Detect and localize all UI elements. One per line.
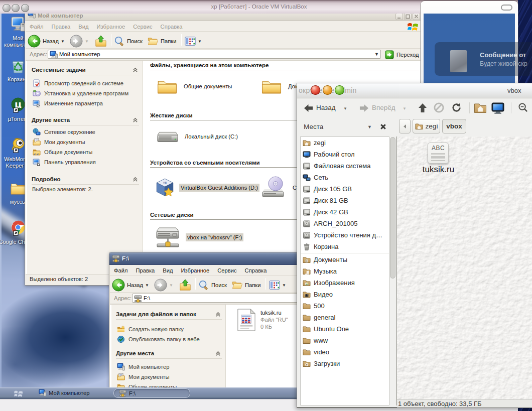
- path-button-zegi[interactable]: zegi: [413, 119, 440, 133]
- file-tile[interactable]: vbox на "vboxsrv" (F:): [155, 223, 259, 251]
- menu-item[interactable]: Сервис: [129, 24, 156, 30]
- close-sidebar-button[interactable]: [379, 123, 387, 130]
- views-button[interactable]: ▼: [185, 36, 202, 47]
- menu-item[interactable]: Вид: [74, 24, 92, 30]
- back-label[interactable]: Назад: [316, 104, 336, 111]
- menu-item[interactable]: Правка: [132, 267, 159, 273]
- collapse-chevron-icon[interactable]: [132, 117, 138, 123]
- taskpane-item[interactable]: Общие документы: [33, 147, 141, 157]
- path-scroll-left-button[interactable]: [399, 119, 411, 133]
- sidebar-item[interactable]: Ubuntu One: [301, 323, 389, 335]
- forward-button[interactable]: ▼: [154, 279, 173, 292]
- menu-item[interactable]: Справка: [157, 24, 187, 30]
- taskpane-item[interactable]: Мои документы: [33, 137, 141, 147]
- back-button[interactable]: Назад▼: [28, 35, 65, 48]
- views-button[interactable]: ▼: [269, 280, 286, 291]
- taskpane-item[interactable]: Мой компьютер: [117, 362, 223, 372]
- menu-item[interactable]: Избранное: [177, 267, 214, 273]
- taskpane-header[interactable]: Задачи для файлов и папок: [116, 311, 222, 320]
- sidebar-item[interactable]: video: [301, 346, 389, 358]
- search-button[interactable]: Поиск: [114, 36, 143, 47]
- search-button[interactable]: Поиск: [198, 280, 227, 291]
- sidebar-item[interactable]: general: [301, 312, 389, 323]
- window1-titlebar[interactable]: Мой компьютер: [25, 14, 423, 21]
- sidebar-item[interactable]: zegi: [301, 137, 389, 149]
- home-button[interactable]: [474, 101, 487, 114]
- folders-button[interactable]: Папки: [232, 280, 260, 291]
- up-button[interactable]: [95, 35, 107, 47]
- taskpane-header[interactable]: Подробно: [32, 176, 139, 185]
- up-button[interactable]: [179, 279, 191, 291]
- back-dropdown-icon[interactable]: ▼: [343, 106, 347, 111]
- menu-item[interactable]: Сервис: [213, 267, 240, 273]
- forward-label[interactable]: Вперёд: [372, 104, 395, 111]
- folders-button[interactable]: Папки: [148, 36, 176, 47]
- taskbar-item-f-drive[interactable]: F:\: [113, 388, 190, 398]
- menu-item[interactable]: Справка: [241, 267, 271, 273]
- collapse-chevron-icon[interactable]: [215, 312, 221, 317]
- zoom-out-button[interactable]: [518, 102, 528, 113]
- sidebar-item[interactable]: Рабочий стол: [301, 149, 389, 160]
- toolbar-pill-button[interactable]: [501, 5, 512, 11]
- computer-button[interactable]: [491, 101, 504, 114]
- window1-minimize-button[interactable]: [395, 14, 403, 20]
- stop-button[interactable]: [434, 102, 444, 113]
- file-tile[interactable]: VirtualBox Guest Additions (D:): [155, 174, 259, 202]
- taskpane-item[interactable]: Панель управления: [33, 157, 141, 167]
- collapse-chevron-icon[interactable]: [215, 351, 221, 356]
- menu-item[interactable]: Файл: [110, 267, 132, 273]
- path-button-vbox[interactable]: vbox: [442, 119, 466, 133]
- sidebar-item[interactable]: Сеть: [301, 172, 389, 183]
- sidebar-item[interactable]: Диск 105 GB: [301, 183, 389, 195]
- menu-item[interactable]: Вид: [159, 267, 177, 273]
- go-button[interactable]: Переход: [385, 50, 419, 59]
- sidebar-item[interactable]: Файловая система: [301, 160, 389, 172]
- taskbar-item-my-computer[interactable]: Мой компьютер: [39, 389, 89, 396]
- places-dropdown-icon[interactable]: ▼: [367, 124, 372, 129]
- start-flag-icon[interactable]: [14, 389, 25, 397]
- minimize-button[interactable]: [323, 85, 332, 95]
- file-label-tuksik[interactable]: tuksik.ru: [407, 165, 470, 175]
- sidebar-item[interactable]: www: [301, 335, 389, 346]
- taskpane-header[interactable]: Другие места: [32, 117, 139, 125]
- taskpane-item[interactable]: Опубликовать папку в вебе: [117, 334, 223, 344]
- taskpane-item[interactable]: Просмотр сведений о системе: [33, 78, 141, 88]
- sidebar-scrollbar[interactable]: [389, 136, 396, 405]
- taskpane-item[interactable]: Изменение параметра: [33, 98, 141, 108]
- window1-close-button[interactable]: [413, 14, 420, 20]
- sidebar-item[interactable]: Устройство чтения д…: [301, 229, 389, 241]
- forward-button[interactable]: [359, 103, 369, 113]
- sidebar-item[interactable]: 500: [301, 300, 389, 312]
- back-button[interactable]: [304, 103, 313, 113]
- file-tile[interactable]: Локальный диск (C:): [157, 126, 261, 147]
- places-selector[interactable]: Места: [304, 123, 323, 130]
- sidebar-item[interactable]: Музыка: [301, 265, 389, 277]
- reload-button[interactable]: [451, 102, 462, 113]
- taskpane-item[interactable]: Установка и удаление программ: [33, 88, 141, 98]
- taskpane-header[interactable]: Другие места: [116, 350, 222, 359]
- taskpane-item[interactable]: Мои документы: [117, 372, 223, 382]
- window1-maximize-button[interactable]: [404, 14, 412, 20]
- file-manager-titlebar[interactable]: окружение admin vbox: [297, 83, 532, 98]
- menu-item[interactable]: Избранное: [93, 24, 129, 30]
- menu-item[interactable]: Правка: [48, 24, 75, 30]
- sidebar-item[interactable]: ARCH_201005: [301, 218, 389, 229]
- file-tile[interactable]: Общие документы: [157, 75, 261, 98]
- menu-item[interactable]: Файл: [26, 24, 48, 30]
- sidebar-item[interactable]: Загрузки: [301, 358, 389, 369]
- sidebar-item[interactable]: Корзина: [301, 241, 389, 252]
- sidebar-item[interactable]: Диск 81 GB: [301, 195, 389, 206]
- collapse-chevron-icon[interactable]: [132, 67, 138, 73]
- file-icon-tuksik[interactable]: ABC: [428, 143, 449, 164]
- sidebar-item[interactable]: Документы: [301, 254, 389, 265]
- forward-button[interactable]: ▼: [70, 35, 89, 48]
- back-button[interactable]: Назад▼: [112, 279, 149, 292]
- sidebar-item[interactable]: Видео: [301, 289, 389, 300]
- scrollbar-thumb[interactable]: [390, 137, 395, 279]
- up-button[interactable]: [418, 103, 428, 113]
- taskpane-item[interactable]: Создать новую папку: [117, 324, 223, 334]
- close-button[interactable]: [311, 85, 320, 95]
- sidebar-item[interactable]: Изображения: [301, 277, 389, 289]
- sidebar-item[interactable]: Диск 42 GB: [301, 206, 389, 218]
- taskpane-item[interactable]: Сетевое окружение: [33, 127, 141, 137]
